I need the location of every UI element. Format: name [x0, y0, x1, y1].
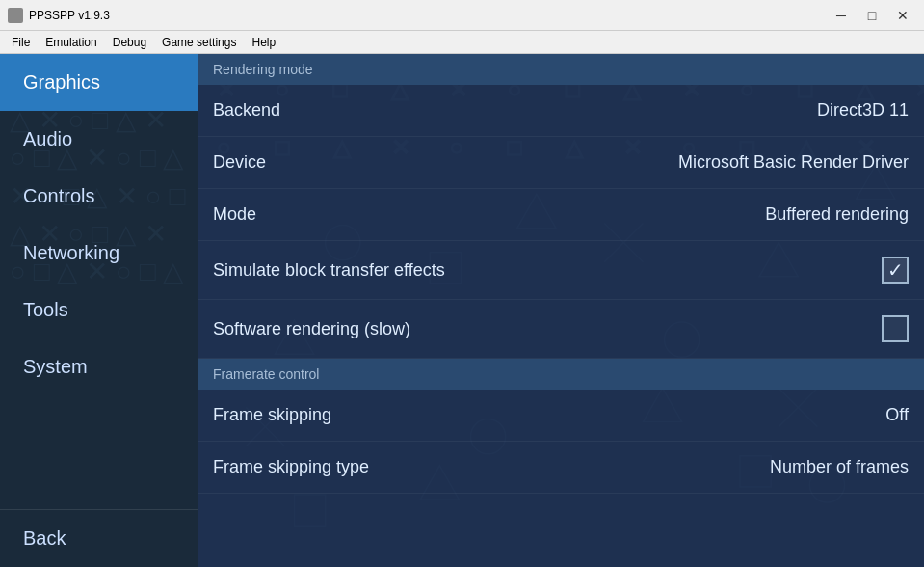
minimize-button[interactable]: ─ [828, 5, 855, 26]
setting-simulate-block[interactable]: Simulate block transfer effects ✓ [198, 241, 924, 300]
sidebar-label-system: System [23, 356, 88, 377]
setting-frame-skipping-type-label: Frame skipping type [213, 457, 369, 477]
setting-frame-skipping-type-value: Number of frames [770, 457, 909, 477]
section-header-rendering: Rendering mode [198, 54, 924, 85]
menu-help[interactable]: Help [244, 34, 283, 51]
setting-backend-value: Direct3D 11 [817, 100, 909, 121]
setting-device[interactable]: Device Microsoft Basic Render Driver [198, 137, 924, 189]
section-header-rendering-label: Rendering mode [213, 62, 313, 77]
setting-frame-skipping-value: Off [885, 405, 909, 425]
svg-rect-43 [295, 495, 326, 526]
section-header-framerate-label: Framerate control [213, 366, 319, 382]
menu-emulation[interactable]: Emulation [38, 34, 104, 51]
sidebar-label-tools: Tools [23, 299, 68, 320]
app-title: PPSSPP v1.9.3 [29, 9, 110, 22]
maximize-button[interactable]: □ [858, 5, 885, 26]
title-bar-left: PPSSPP v1.9.3 [8, 8, 110, 23]
setting-simulate-block-label: Simulate block transfer effects [213, 260, 445, 281]
setting-simulate-block-checkbox[interactable]: ✓ [882, 256, 909, 284]
section-header-framerate: Framerate control [198, 359, 924, 390]
content-area: ✕ ○ □ △ ✕ ○ □ △ ✕ ○ □ △ ✕ ○ □ △ [198, 54, 924, 567]
sidebar-label-graphics: Graphics [23, 71, 100, 93]
sidebar-item-networking[interactable]: Networking [0, 225, 198, 282]
sidebar-item-tools[interactable]: Tools [0, 282, 198, 338]
sidebar-item-controls[interactable]: Controls [0, 168, 198, 225]
setting-frame-skipping-label: Frame skipping [213, 405, 331, 425]
settings-content: Rendering mode Backend Direct3D 11 Devic… [198, 54, 924, 494]
app-icon [8, 8, 23, 23]
setting-mode-label: Mode [213, 204, 256, 225]
setting-software-rendering[interactable]: Software rendering (slow) [198, 300, 924, 359]
menu-debug[interactable]: Debug [105, 34, 154, 51]
setting-device-label: Device [213, 152, 266, 173]
back-button[interactable]: Back [0, 509, 198, 567]
sidebar-label-controls: Controls [23, 185, 94, 206]
sidebar-item-system[interactable]: System [0, 338, 198, 395]
sidebar-label-audio: Audio [23, 128, 72, 149]
setting-device-value: Microsoft Basic Render Driver [678, 152, 909, 173]
sidebar-label-networking: Networking [23, 242, 119, 263]
sidebar-item-graphics[interactable]: Graphics [0, 54, 198, 111]
main-layout: ✕ ○ □ △ ✕ ○ □ △ ✕ ○ □ △ ✕ ○ □ △ ✕ ○ □ △ … [0, 54, 924, 567]
back-label: Back [23, 527, 66, 549]
sidebar-item-audio[interactable]: Audio [0, 111, 198, 168]
menu-game-settings[interactable]: Game settings [154, 34, 244, 51]
setting-mode[interactable]: Mode Buffered rendering [198, 189, 924, 241]
setting-mode-value: Buffered rendering [765, 204, 909, 225]
title-bar-controls: ─ □ ✕ [828, 5, 916, 26]
setting-frame-skipping[interactable]: Frame skipping Off [198, 390, 924, 442]
sidebar: ✕ ○ □ △ ✕ ○ □ △ ✕ ○ □ △ ✕ ○ □ △ ✕ ○ □ △ … [0, 54, 198, 567]
close-button[interactable]: ✕ [889, 5, 916, 26]
sidebar-nav: Graphics Audio Controls Networking Tools… [0, 54, 198, 509]
setting-frame-skipping-type[interactable]: Frame skipping type Number of frames [198, 442, 924, 494]
checkmark-icon: ✓ [887, 260, 904, 280]
title-bar: PPSSPP v1.9.3 ─ □ ✕ [0, 0, 924, 31]
setting-software-rendering-checkbox[interactable] [882, 315, 909, 342]
setting-backend[interactable]: Backend Direct3D 11 [198, 85, 924, 137]
setting-backend-label: Backend [213, 100, 280, 121]
setting-software-rendering-label: Software rendering (slow) [213, 319, 410, 339]
menu-file[interactable]: File [4, 34, 38, 51]
menu-bar: File Emulation Debug Game settings Help [0, 31, 924, 54]
